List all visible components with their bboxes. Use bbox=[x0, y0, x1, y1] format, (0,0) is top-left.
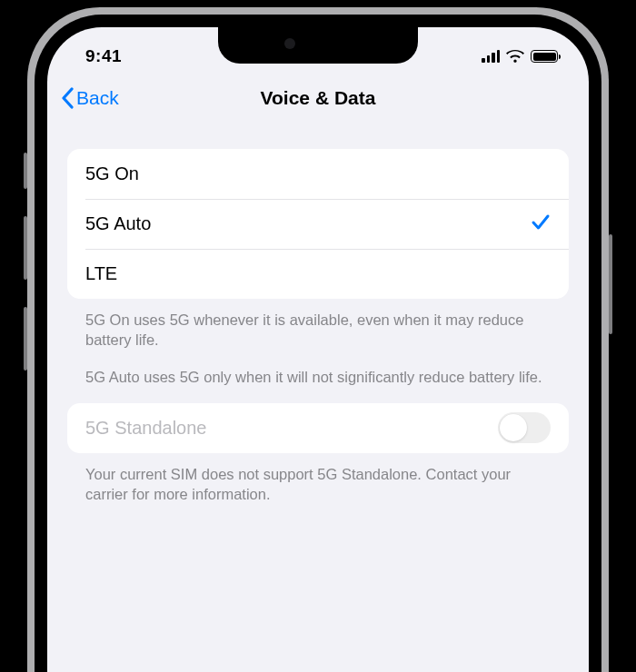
cellular-signal-icon bbox=[482, 50, 500, 63]
standalone-toggle bbox=[498, 412, 551, 443]
standalone-group: 5G Standalone bbox=[67, 403, 569, 453]
footer-paragraph-2: 5G Auto uses 5G only when it will not si… bbox=[85, 367, 551, 387]
back-label: Back bbox=[76, 87, 119, 109]
status-time: 9:41 bbox=[85, 46, 122, 66]
option-5g-on[interactable]: 5G On bbox=[67, 149, 569, 199]
back-button[interactable]: Back bbox=[60, 87, 119, 109]
footer-paragraph-3: Your current SIM does not support 5G Sta… bbox=[85, 464, 551, 505]
toggle-knob bbox=[500, 414, 527, 441]
option-5g-standalone: 5G Standalone bbox=[67, 403, 569, 453]
phone-frame: 9:41 bbox=[27, 7, 609, 672]
option-lte[interactable]: LTE bbox=[67, 249, 569, 299]
side-buttons-left bbox=[24, 153, 27, 398]
content-area: 5G On 5G Auto LTE 5G On uses 5G whenever… bbox=[47, 124, 589, 504]
footer-paragraph-1: 5G On uses 5G whenever it is available, … bbox=[85, 310, 551, 351]
volume-up-button bbox=[24, 216, 27, 280]
battery-icon bbox=[531, 50, 558, 63]
options-footer-text: 5G On uses 5G whenever it is available, … bbox=[67, 299, 569, 387]
power-button bbox=[609, 234, 612, 334]
voice-data-options-group: 5G On 5G Auto LTE bbox=[67, 149, 569, 299]
standalone-footer-text: Your current SIM does not support 5G Sta… bbox=[67, 453, 569, 505]
wifi-icon bbox=[506, 50, 524, 63]
mute-switch bbox=[24, 153, 27, 189]
phone-bezel: 9:41 bbox=[35, 15, 601, 672]
notch bbox=[218, 27, 418, 64]
navigation-bar: Back Voice & Data bbox=[47, 73, 589, 124]
status-icons bbox=[482, 50, 558, 63]
screen: 9:41 bbox=[47, 27, 589, 672]
checkmark-icon bbox=[531, 212, 551, 236]
option-5g-auto[interactable]: 5G Auto bbox=[67, 199, 569, 249]
page-title: Voice & Data bbox=[47, 87, 589, 109]
option-label: LTE bbox=[85, 263, 117, 284]
front-camera bbox=[284, 38, 295, 49]
standalone-label: 5G Standalone bbox=[85, 418, 206, 439]
volume-down-button bbox=[24, 307, 27, 371]
option-label: 5G On bbox=[85, 163, 139, 184]
option-label: 5G Auto bbox=[85, 213, 151, 234]
chevron-left-icon bbox=[60, 87, 75, 109]
